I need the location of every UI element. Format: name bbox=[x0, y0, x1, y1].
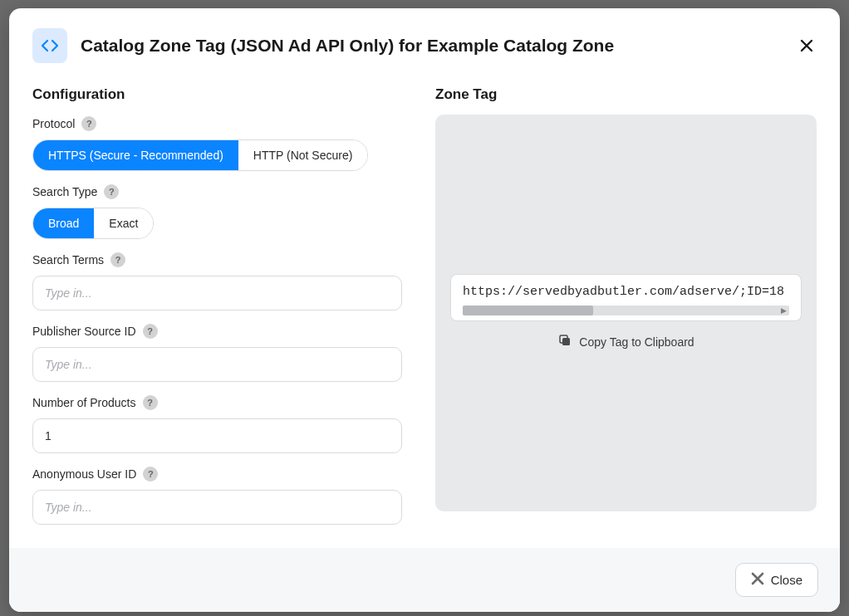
anonymous-user-id-label-text: Anonymous User ID bbox=[32, 467, 136, 481]
zone-tag-column: Zone Tag https://servedbyadbutler.com/ad… bbox=[435, 86, 817, 525]
number-of-products-label-text: Number of Products bbox=[32, 396, 136, 409]
copy-tag-button[interactable]: Copy Tag to Clipboard bbox=[450, 333, 802, 350]
protocol-label-text: Protocol bbox=[32, 117, 75, 130]
zone-tag-code-box[interactable]: https://servedbyadbutler.com/adserve/;ID… bbox=[450, 274, 802, 321]
configuration-heading: Configuration bbox=[32, 86, 402, 103]
anonymous-user-id-input[interactable] bbox=[32, 490, 402, 525]
publisher-source-id-label-text: Publisher Source ID bbox=[32, 325, 136, 338]
modal-header: Catalog Zone Tag (JSON Ad API Only) for … bbox=[9, 8, 840, 73]
search-terms-label-text: Search Terms bbox=[32, 253, 104, 266]
horizontal-scrollbar[interactable]: ▶ bbox=[463, 306, 789, 315]
zone-tag-heading: Zone Tag bbox=[435, 86, 817, 103]
search-type-label: Search Type ? bbox=[32, 184, 402, 199]
publisher-source-id-input[interactable] bbox=[32, 347, 402, 382]
close-button[interactable]: Close bbox=[735, 563, 818, 597]
scrollbar-thumb[interactable] bbox=[463, 306, 593, 315]
help-icon[interactable]: ? bbox=[143, 467, 158, 482]
protocol-https-button[interactable]: HTTPS (Secure - Recommended) bbox=[33, 140, 238, 170]
help-icon[interactable]: ? bbox=[143, 324, 158, 339]
close-button-label: Close bbox=[771, 573, 802, 587]
protocol-toggle: HTTPS (Secure - Recommended) HTTP (Not S… bbox=[32, 139, 368, 171]
modal-body: Configuration Protocol ? HTTPS (Secure -… bbox=[9, 73, 840, 548]
configuration-column: Configuration Protocol ? HTTPS (Secure -… bbox=[32, 86, 402, 525]
modal-footer: Close bbox=[9, 548, 840, 612]
number-of-products-input[interactable] bbox=[32, 418, 402, 453]
clipboard-icon bbox=[557, 333, 572, 350]
modal-title: Catalog Zone Tag (JSON Ad API Only) for … bbox=[81, 36, 797, 56]
close-icon bbox=[751, 572, 764, 588]
search-terms-input[interactable] bbox=[32, 276, 402, 310]
search-type-broad-button[interactable]: Broad bbox=[33, 208, 94, 238]
close-icon[interactable] bbox=[797, 36, 817, 56]
protocol-http-button[interactable]: HTTP (Not Secure) bbox=[238, 140, 368, 170]
zone-tag-box: https://servedbyadbutler.com/adserve/;ID… bbox=[435, 115, 817, 511]
help-icon[interactable]: ? bbox=[110, 252, 125, 267]
publisher-source-id-label: Publisher Source ID ? bbox=[32, 324, 402, 339]
zone-tag-code: https://servedbyadbutler.com/adserve/;ID… bbox=[463, 285, 789, 299]
svg-rect-0 bbox=[562, 338, 570, 345]
anonymous-user-id-label: Anonymous User ID ? bbox=[32, 467, 402, 482]
help-icon[interactable]: ? bbox=[81, 116, 96, 131]
search-terms-label: Search Terms ? bbox=[32, 252, 402, 267]
code-icon bbox=[32, 28, 67, 63]
search-type-exact-button[interactable]: Exact bbox=[94, 208, 153, 238]
search-type-toggle: Broad Exact bbox=[32, 208, 154, 239]
help-icon[interactable]: ? bbox=[143, 395, 158, 410]
number-of-products-label: Number of Products ? bbox=[32, 395, 402, 410]
protocol-label: Protocol ? bbox=[32, 116, 402, 131]
search-type-label-text: Search Type bbox=[32, 185, 97, 198]
scroll-right-icon[interactable]: ▶ bbox=[779, 306, 788, 315]
zone-tag-modal: Catalog Zone Tag (JSON Ad API Only) for … bbox=[9, 8, 840, 612]
copy-tag-label: Copy Tag to Clipboard bbox=[579, 335, 694, 349]
help-icon[interactable]: ? bbox=[104, 184, 119, 199]
